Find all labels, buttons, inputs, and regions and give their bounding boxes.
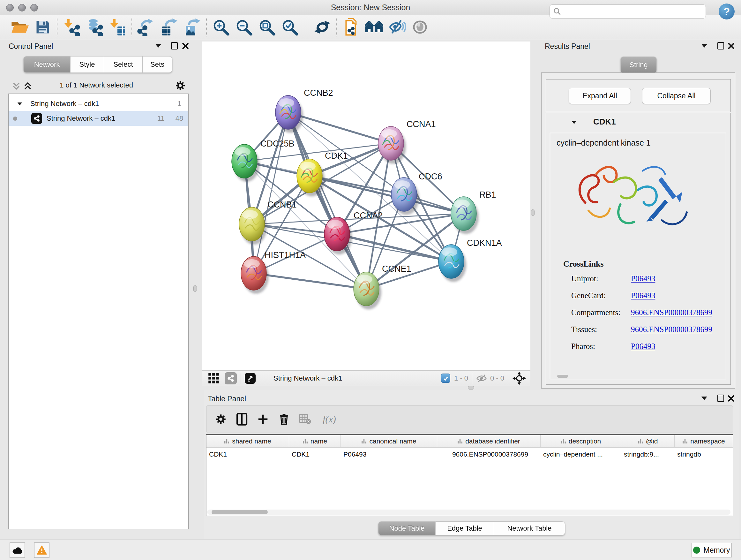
zoom-in-button[interactable] — [209, 17, 232, 37]
toolbar-search-field[interactable] — [549, 4, 706, 18]
tab-select[interactable]: Select — [104, 56, 143, 73]
tab-string[interactable]: String — [620, 57, 657, 73]
tab-network[interactable]: Network — [23, 56, 71, 73]
column-header-description[interactable]: description — [541, 435, 621, 447]
cell-description[interactable]: cyclin–dependent ... — [541, 448, 621, 461]
cell-shared-name[interactable]: CDK1 — [206, 448, 289, 461]
search-input[interactable] — [561, 7, 705, 16]
crosslink-link[interactable]: 9606.ENSP00000378699 — [631, 325, 712, 334]
results-panel-float-button[interactable] — [718, 42, 724, 50]
show-columns-button[interactable] — [231, 408, 253, 430]
crosslink-link[interactable]: 9606.ENSP00000378699 — [631, 308, 712, 317]
table-row[interactable]: CDK1 CDK1 P06493 9606.ENSP00000378699 cy… — [206, 448, 733, 461]
memory-button[interactable]: Memory — [691, 543, 732, 557]
cell-name[interactable]: CDK1 — [289, 448, 341, 461]
network-node-hist1h1a[interactable] — [241, 256, 269, 294]
grid-view-icon[interactable] — [208, 373, 219, 384]
export-network-button[interactable] — [135, 17, 158, 37]
network-node-cdc6[interactable] — [391, 178, 419, 215]
warnings-button[interactable] — [34, 543, 50, 558]
crosslink-link[interactable]: P06493 — [631, 291, 655, 300]
network-collection-row[interactable]: String Network – cdk1 1 — [9, 97, 188, 111]
tab-sets[interactable]: Sets — [143, 56, 172, 73]
cell-id[interactable]: stringdb:9... — [621, 448, 675, 461]
cell-canonical-name[interactable]: P06493 — [341, 448, 437, 461]
network-node-rb1[interactable] — [451, 197, 479, 234]
column-header-canonical-name[interactable]: canonical name — [341, 435, 437, 447]
selected-checkbox[interactable] — [441, 374, 450, 383]
left-splitter-handle[interactable] — [193, 286, 197, 292]
save-session-button[interactable] — [31, 17, 54, 37]
entry-scrollbar-thumb[interactable] — [557, 375, 568, 378]
collection-expander-icon[interactable] — [17, 103, 22, 105]
bottom-splitter-handle[interactable] — [468, 386, 474, 389]
column-header-namespace[interactable]: namespace — [675, 435, 733, 447]
zoom-out-button[interactable] — [232, 17, 255, 37]
refresh-view-button[interactable] — [311, 17, 334, 37]
collapse-all-button[interactable]: Collapse All — [642, 88, 711, 104]
column-header-shared-name[interactable]: shared name — [206, 435, 289, 447]
string-home-button[interactable] — [362, 17, 386, 37]
network-edge[interactable] — [288, 112, 391, 143]
table-options-button[interactable] — [210, 408, 231, 430]
column-header-id[interactable]: @id — [621, 435, 675, 447]
cell-namespace[interactable]: stringdb — [675, 448, 733, 461]
expand-all-icon[interactable] — [23, 82, 32, 91]
export-image-button[interactable] — [181, 17, 204, 37]
cell-database-identifier[interactable]: 9606.ENSP00000378699 — [437, 448, 541, 461]
tab-edge-table[interactable]: Edge Table — [435, 521, 494, 536]
clone-network-button[interactable] — [340, 17, 362, 37]
network-node-cdkn1a[interactable] — [439, 245, 466, 282]
scrollbar-thumb[interactable] — [212, 510, 268, 514]
network-edge[interactable] — [288, 112, 366, 289]
help-button[interactable]: ? — [719, 3, 735, 19]
crosslink-link[interactable]: P06493 — [631, 342, 655, 351]
cloud-status-button[interactable] — [10, 543, 25, 558]
tab-style[interactable]: Style — [71, 56, 104, 73]
network-node-ccnb2[interactable] — [275, 96, 303, 133]
table-horizontal-scrollbar[interactable] — [207, 509, 731, 515]
zoom-fit-button[interactable] — [255, 17, 278, 37]
import-network-file-button[interactable] — [60, 17, 83, 37]
column-header-name[interactable]: name — [289, 435, 341, 447]
tab-network-table[interactable]: Network Table — [494, 521, 565, 536]
hidden-eye-slash-icon[interactable] — [476, 374, 487, 382]
zoom-selected-button[interactable] — [278, 17, 301, 37]
results-panel-menu-icon[interactable] — [701, 44, 707, 48]
network-node-ccne1[interactable] — [354, 272, 381, 309]
right-splitter-handle[interactable] — [531, 209, 535, 216]
table-panel-menu-icon[interactable] — [701, 396, 707, 400]
network-node-ccnb1[interactable] — [239, 207, 267, 245]
import-network-database-button[interactable] — [83, 17, 106, 37]
toolbar-separator — [241, 373, 241, 384]
function-builder-button[interactable]: f(x) — [316, 408, 343, 430]
network-edge[interactable] — [254, 273, 366, 289]
control-panel-float-button[interactable] — [171, 42, 178, 50]
add-column-button[interactable] — [253, 408, 273, 430]
expand-all-button[interactable]: Expand All — [569, 88, 631, 104]
crosslink-link[interactable]: P06493 — [631, 274, 655, 283]
open-session-button[interactable] — [8, 17, 31, 37]
collapse-all-icon[interactable] — [12, 82, 20, 91]
network-canvas[interactable]: CCNB2CCNA1CDC25BCDK1CDC6RB1CCNB1CCNA2CDK… — [202, 42, 530, 370]
entry-expander-icon[interactable] — [571, 121, 576, 124]
network-options-gear-icon[interactable] — [175, 80, 186, 91]
import-table-file-button[interactable] — [106, 17, 129, 37]
enhanced-graphics-button[interactable] — [386, 17, 408, 37]
table-panel-close-icon[interactable] — [728, 395, 735, 402]
results-panel-close-icon[interactable] — [728, 43, 735, 50]
delete-column-button[interactable] — [273, 408, 294, 430]
network-row-selected[interactable]: String Network – cdk1 11 48 — [9, 111, 188, 126]
detach-view-button[interactable] — [245, 373, 256, 384]
control-panel-menu-icon[interactable] — [155, 44, 161, 48]
control-panel-close-icon[interactable] — [182, 43, 189, 50]
column-header-database-identifier[interactable]: database identifier — [437, 435, 541, 447]
tab-node-table[interactable]: Node Table — [378, 521, 435, 536]
table-panel-float-button[interactable] — [718, 395, 724, 402]
gray-eye-button[interactable] — [408, 17, 431, 37]
network-badge-button[interactable] — [225, 372, 237, 384]
delete-table-button[interactable] — [294, 408, 316, 430]
export-table-button[interactable] — [158, 17, 181, 37]
network-edge[interactable] — [254, 112, 288, 273]
birdseye-crosshair-icon[interactable] — [513, 372, 526, 385]
